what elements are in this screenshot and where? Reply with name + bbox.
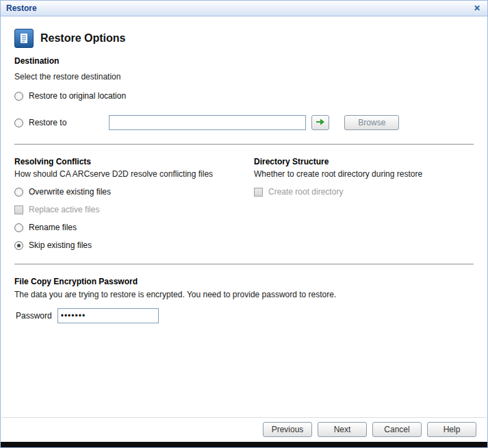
overwrite-existing-files-row: Overwrite existing files: [14, 187, 251, 197]
cancel-button[interactable]: Cancel: [372, 422, 422, 437]
bottom-bar: [1, 442, 487, 447]
divider: [14, 264, 474, 264]
create-root-directory-label: Create root directory: [268, 187, 343, 197]
create-root-directory-row: Create root directory: [254, 187, 473, 197]
directory-structure-heading: Directory Structure: [254, 157, 473, 166]
replace-active-files-row: Replace active files: [14, 205, 251, 214]
options-columns: Resolving Conflicts How should CA ARCser…: [14, 157, 474, 250]
restore-original-location-row: Restore to original location: [14, 91, 474, 101]
overwrite-existing-files-label[interactable]: Overwrite existing files: [29, 187, 111, 197]
password-label: Password: [16, 311, 52, 321]
directory-structure-subtitle: Whether to create root directory during …: [254, 169, 473, 179]
encryption-subtitle: The data you are trying to restore is en…: [14, 290, 474, 299]
skip-existing-files-row: Skip existing files: [14, 240, 251, 250]
footer: Previous Next Cancel Help: [1, 417, 487, 437]
replace-active-files-checkbox: [14, 206, 23, 214]
resolving-conflicts-section: Resolving Conflicts How should CA ARCser…: [14, 157, 251, 250]
dialog-content: Restore Options Destination Select the r…: [1, 29, 487, 323]
restore-to-radio[interactable]: [14, 119, 23, 127]
restore-original-location-label[interactable]: Restore to original location: [29, 91, 126, 101]
window-title: Restore: [6, 3, 37, 13]
create-root-directory-checkbox: [254, 188, 263, 197]
destination-subtitle: Select the restore destination: [14, 72, 474, 82]
green-arrow-icon: [316, 118, 325, 128]
password-row: Password: [14, 308, 474, 323]
resolving-conflicts-subtitle: How should CA ARCserve D2D resolve confl…: [14, 169, 251, 179]
restore-to-row: Restore to Browse: [14, 115, 474, 130]
titlebar: Restore ✕: [1, 1, 487, 16]
password-input[interactable]: [57, 308, 159, 323]
restore-original-location-radio[interactable]: [14, 92, 23, 101]
page-title: Restore Options: [40, 32, 125, 45]
next-button[interactable]: Next: [318, 422, 367, 437]
close-icon[interactable]: ✕: [472, 3, 482, 13]
rename-files-row: Rename files: [14, 223, 251, 232]
skip-existing-files-label[interactable]: Skip existing files: [29, 240, 92, 250]
resolving-conflicts-heading: Resolving Conflicts: [14, 157, 251, 166]
divider: [14, 144, 474, 145]
go-arrow-button[interactable]: [311, 115, 329, 130]
skip-existing-files-radio[interactable]: [14, 241, 23, 250]
rename-files-label[interactable]: Rename files: [29, 223, 77, 232]
encryption-heading: File Copy Encryption Password: [14, 277, 474, 286]
restore-options-icon: [14, 29, 34, 48]
help-button[interactable]: Help: [427, 422, 476, 437]
restore-to-label[interactable]: Restore to: [29, 118, 66, 127]
replace-active-files-label: Replace active files: [29, 205, 99, 214]
header-row: Restore Options: [14, 29, 474, 48]
destination-heading: Destination: [14, 56, 474, 66]
directory-structure-section: Directory Structure Whether to create ro…: [254, 157, 473, 197]
overwrite-existing-files-radio[interactable]: [14, 188, 23, 197]
previous-button[interactable]: Previous: [263, 422, 312, 437]
restore-to-input[interactable]: [109, 115, 306, 130]
rename-files-radio[interactable]: [14, 223, 23, 232]
restore-dialog: Restore ✕ Restore Options Destination Se…: [0, 0, 488, 448]
browse-button[interactable]: Browse: [344, 115, 399, 130]
